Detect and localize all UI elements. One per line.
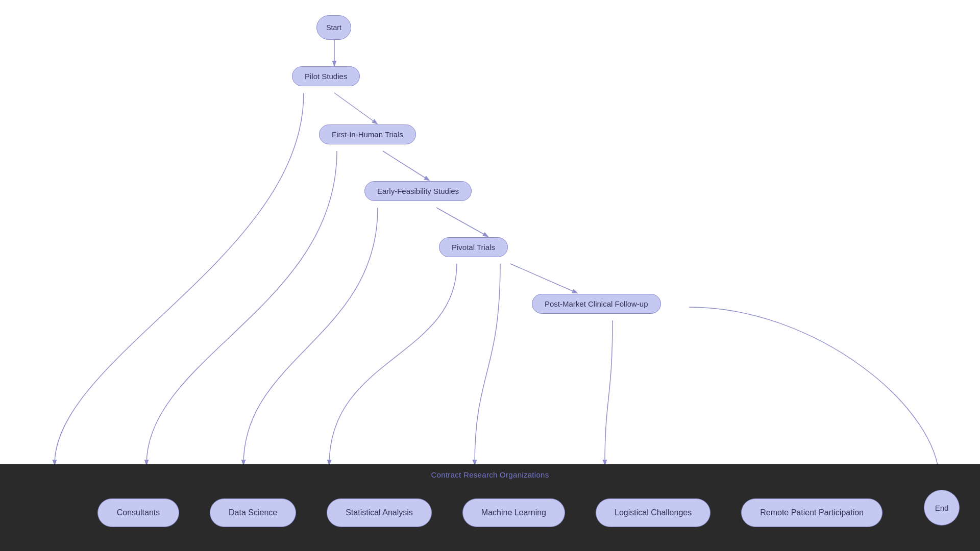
statistical-analysis-node[interactable]: Statistical Analysis	[327, 498, 432, 527]
early-feasibility-node[interactable]: Early-Feasibility Studies	[364, 181, 472, 201]
start-node[interactable]: Start	[316, 15, 351, 40]
first-in-human-node[interactable]: First-In-Human Trials	[319, 124, 416, 144]
pmcf-node[interactable]: Post-Market Clinical Follow-up	[532, 294, 661, 314]
diagram-container: Start Pilot Studies First-In-Human Trial…	[0, 0, 980, 551]
pilot-studies-node[interactable]: Pilot Studies	[292, 66, 360, 86]
machine-learning-node[interactable]: Machine Learning	[462, 498, 565, 527]
remote-patient-node[interactable]: Remote Patient Participation	[741, 498, 883, 527]
data-science-node[interactable]: Data Science	[210, 498, 296, 527]
end-node[interactable]: End	[924, 490, 960, 525]
pivotal-trials-node[interactable]: Pivotal Trials	[439, 237, 508, 257]
bottom-bar-label: Contract Research Organizations	[431, 470, 549, 479]
bottom-bar: Contract Research Organizations Consulta…	[0, 464, 980, 551]
logistical-challenges-node[interactable]: Logistical Challenges	[596, 498, 710, 527]
svg-line-2	[383, 151, 429, 180]
consultants-node[interactable]: Consultants	[97, 498, 179, 527]
svg-line-3	[436, 208, 487, 236]
svg-line-1	[334, 93, 377, 123]
svg-line-4	[510, 264, 577, 293]
bottom-nodes-container: Consultants Data Science Statistical Ana…	[97, 498, 883, 527]
